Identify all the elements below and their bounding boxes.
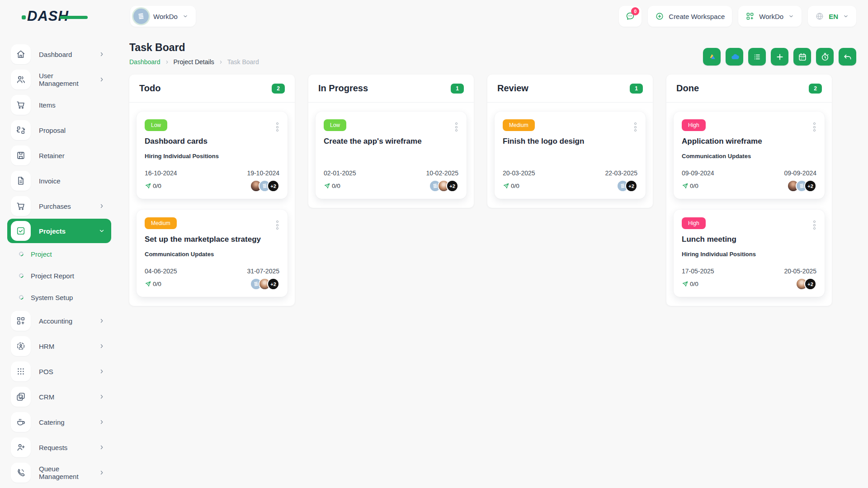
globe-icon bbox=[815, 12, 824, 21]
user-plus-icon bbox=[11, 437, 31, 457]
chevron-right-icon bbox=[99, 76, 105, 83]
card-menu-button[interactable] bbox=[274, 219, 280, 232]
chevron-right-icon bbox=[99, 318, 105, 324]
breadcrumb-dashboard-link[interactable]: Dashboard bbox=[129, 58, 160, 66]
task-card-application-wireframe[interactable]: HighApplication wireframeCommunication U… bbox=[674, 112, 825, 199]
sidebar-item-label: User Management bbox=[39, 72, 90, 87]
column-title: Done bbox=[676, 83, 699, 94]
priority-badge: High bbox=[682, 217, 706, 229]
sidebar: DashboardUser ManagementItemsProposalRet… bbox=[0, 33, 118, 488]
language-label: EN bbox=[829, 13, 838, 20]
assignee-avatars: +2 bbox=[617, 180, 637, 192]
cart-icon bbox=[11, 196, 31, 216]
task-card-finish-the-logo-design[interactable]: MediumFinish the logo design20-03-202522… bbox=[495, 112, 646, 199]
card-menu-button[interactable] bbox=[453, 121, 459, 134]
plus-icon bbox=[775, 52, 785, 62]
sidebar-item-retainer[interactable]: Retainer bbox=[7, 143, 111, 168]
task-card-create-the-apps-wireframe[interactable]: LowCreate the app's wireframe02-01-20251… bbox=[316, 112, 467, 199]
sidebar-item-accounting[interactable]: Accounting bbox=[7, 308, 111, 333]
card-menu-button[interactable] bbox=[632, 121, 638, 134]
sidebar-item-projects[interactable]: Projects bbox=[7, 219, 111, 243]
google-drive-button[interactable] bbox=[703, 48, 721, 66]
task-progress-count: 0/0 bbox=[690, 281, 698, 287]
assignee-avatars: +2 bbox=[429, 180, 458, 192]
sidebar-subitem-project-report[interactable]: Project Report bbox=[7, 265, 118, 286]
more-assignees-badge[interactable]: +2 bbox=[804, 278, 816, 290]
users-icon bbox=[11, 70, 31, 89]
send-icon bbox=[324, 183, 330, 189]
phone-icon bbox=[11, 463, 31, 483]
sidebar-item-hrm[interactable]: HRM bbox=[7, 333, 111, 359]
card-menu-button[interactable] bbox=[811, 219, 817, 232]
sidebar-item-crm[interactable]: CRM bbox=[7, 384, 111, 409]
more-assignees-badge[interactable]: +2 bbox=[446, 180, 458, 192]
sidebar-item-label: Retainer bbox=[39, 152, 65, 160]
task-card-dashboard-cards[interactable]: LowDashboard cardsHiring Individual Posi… bbox=[137, 112, 288, 199]
task-progress-count: 0/0 bbox=[153, 281, 161, 287]
crm-icon bbox=[11, 387, 31, 407]
sidebar-item-pos[interactable]: POS bbox=[7, 359, 111, 384]
chevron-right-icon bbox=[99, 203, 105, 209]
calendar-button[interactable] bbox=[793, 48, 811, 66]
sidebar-item-queue-management[interactable]: Queue Management bbox=[7, 460, 111, 485]
priority-badge: Medium bbox=[145, 217, 177, 229]
messages-button[interactable]: 0 bbox=[619, 6, 642, 27]
task-progress: 0/0 bbox=[503, 183, 519, 189]
sidebar-item-dashboard[interactable]: Dashboard bbox=[7, 42, 111, 67]
undo-button[interactable] bbox=[839, 48, 856, 66]
sidebar-subitem-project[interactable]: Project bbox=[7, 243, 118, 265]
sidebar-item-user-management[interactable]: User Management bbox=[7, 67, 111, 92]
board-column-done: Done2HighApplication wireframeCommunicat… bbox=[666, 75, 832, 306]
send-icon bbox=[503, 183, 509, 189]
more-assignees-badge[interactable]: +2 bbox=[267, 180, 279, 192]
proposal-icon bbox=[11, 120, 31, 140]
chevron-down-icon bbox=[99, 228, 105, 234]
logo-bar bbox=[60, 16, 88, 19]
task-title: Finish the logo design bbox=[503, 137, 637, 146]
timer-button[interactable] bbox=[816, 48, 834, 66]
more-assignees-badge[interactable]: +2 bbox=[267, 278, 279, 290]
task-progress: 0/0 bbox=[682, 183, 698, 189]
list-button[interactable] bbox=[748, 48, 766, 66]
coffee-icon bbox=[11, 412, 31, 432]
sidebar-item-catering[interactable]: Catering bbox=[7, 409, 111, 435]
onedrive-button[interactable] bbox=[726, 48, 743, 66]
task-progress: 0/0 bbox=[145, 281, 161, 287]
ring-bullet-icon bbox=[18, 251, 24, 257]
more-assignees-badge[interactable]: +2 bbox=[625, 180, 637, 192]
chevron-down-icon bbox=[182, 13, 189, 19]
priority-badge: Low bbox=[324, 119, 346, 131]
board-toolbar bbox=[703, 48, 856, 66]
card-menu-button[interactable] bbox=[274, 121, 280, 134]
task-card-set-up-the-marketplace-strategy[interactable]: MediumSet up the marketplace strategyCom… bbox=[137, 210, 288, 297]
sidebar-subitem-system-setup[interactable]: System Setup bbox=[7, 286, 118, 308]
chevron-right-icon bbox=[218, 60, 223, 65]
chevron-right-icon bbox=[165, 60, 170, 65]
column-title: Review bbox=[497, 83, 528, 94]
sidebar-item-purchases[interactable]: Purchases bbox=[7, 193, 111, 219]
plus-button[interactable] bbox=[771, 48, 788, 66]
workspace-switcher[interactable]: WorkDo bbox=[130, 6, 196, 27]
ring-bullet-icon bbox=[18, 294, 24, 300]
board-column-review: Review1MediumFinish the logo design20-03… bbox=[487, 75, 653, 208]
task-start-date: 20-03-2025 bbox=[503, 169, 535, 177]
workdo-menu-button[interactable]: WorkDo bbox=[738, 6, 802, 27]
breadcrumb-project-details-link[interactable]: Project Details bbox=[174, 58, 214, 66]
breadcrumb: Dashboard Project Details Task Board bbox=[129, 58, 259, 66]
sidebar-item-label: HRM bbox=[39, 343, 54, 350]
language-selector[interactable]: EN bbox=[808, 6, 856, 27]
sidebar-item-requests[interactable]: Requests bbox=[7, 435, 111, 460]
chevron-right-icon bbox=[99, 368, 105, 375]
card-menu-button[interactable] bbox=[811, 121, 817, 134]
task-card-lunch-meeting[interactable]: HighLunch meetingHiring Individual Posit… bbox=[674, 210, 825, 297]
sidebar-item-items[interactable]: Items bbox=[7, 92, 111, 117]
column-cards: LowDashboard cardsHiring Individual Posi… bbox=[129, 103, 295, 304]
sidebar-item-invoice[interactable]: Invoice bbox=[7, 168, 111, 193]
more-assignees-badge[interactable]: +2 bbox=[804, 180, 816, 192]
workspace-avatar bbox=[133, 9, 149, 24]
calendar-icon bbox=[797, 52, 807, 62]
column-count-badge: 2 bbox=[272, 84, 285, 94]
sidebar-item-proposal[interactable]: Proposal bbox=[7, 117, 111, 143]
create-workspace-button[interactable]: Create Workspace bbox=[648, 6, 732, 27]
list-icon bbox=[752, 52, 762, 62]
